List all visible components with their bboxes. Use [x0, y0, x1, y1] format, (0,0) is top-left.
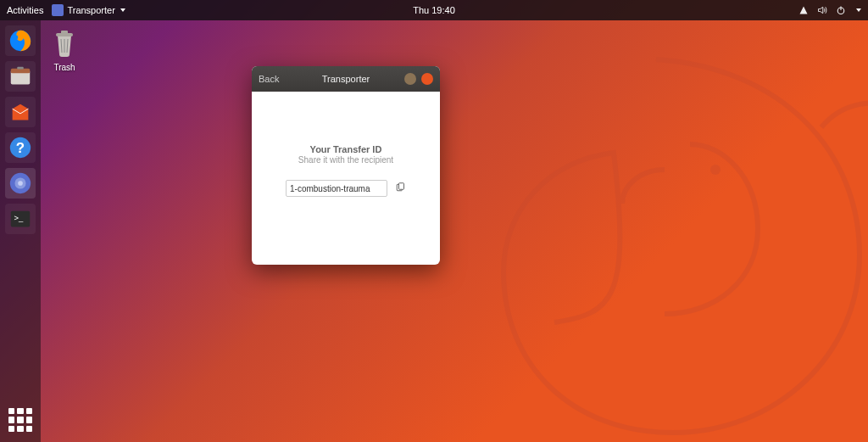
copy-button[interactable] — [394, 182, 406, 194]
back-button[interactable]: Back — [259, 74, 279, 84]
dock-item-firefox[interactable] — [5, 25, 36, 56]
copy-icon — [395, 182, 405, 193]
svg-point-0 — [710, 165, 721, 175]
svg-text:?: ? — [16, 140, 25, 156]
help-icon: ? — [8, 135, 33, 160]
terminal-icon: >_ — [8, 206, 33, 232]
svg-point-11 — [18, 181, 23, 186]
minimize-button[interactable] — [404, 73, 416, 85]
dock-item-files[interactable] — [5, 61, 36, 92]
dock-item-help[interactable]: ? — [5, 132, 36, 163]
transporter-app-icon — [52, 4, 64, 16]
close-button[interactable] — [421, 73, 433, 85]
firefox-icon — [8, 28, 33, 53]
power-icon — [836, 5, 846, 15]
transfer-id-subheading: Share it with the recipient — [252, 155, 440, 165]
window-titlebar[interactable]: Back Transporter — [252, 66, 440, 92]
transporter-icon — [8, 171, 33, 196]
svg-rect-6 — [17, 67, 24, 70]
app-menu-label: Transporter — [67, 5, 114, 15]
app-menu-button[interactable]: Transporter — [52, 4, 125, 16]
trash-icon — [51, 27, 78, 58]
trash-label: Trash — [51, 63, 78, 72]
dock-item-terminal[interactable]: >_ — [5, 204, 36, 234]
window-content: Your Transfer ID Share it with the recip… — [252, 92, 440, 197]
dock-item-software[interactable] — [5, 97, 36, 127]
svg-rect-15 — [61, 31, 68, 34]
volume-icon — [817, 5, 827, 15]
transporter-window: Back Transporter Your Transfer ID Share … — [252, 66, 440, 265]
chevron-down-icon — [856, 8, 861, 12]
transfer-id-field[interactable] — [286, 180, 387, 197]
window-title: Transporter — [322, 74, 370, 84]
network-icon — [798, 5, 809, 15]
chevron-down-icon — [120, 8, 125, 12]
svg-text:>_: >_ — [14, 214, 24, 222]
dock: ? >_ — [0, 20, 41, 442]
wallpaper-art — [402, 17, 868, 442]
dock-item-transporter[interactable] — [5, 168, 36, 199]
clock-button[interactable]: Thu 19:40 — [413, 5, 455, 15]
svg-rect-20 — [399, 183, 404, 190]
system-status-area[interactable] — [798, 5, 861, 15]
desktop-trash[interactable]: Trash — [51, 27, 78, 72]
transfer-id-heading: Your Transfer ID — [252, 144, 440, 154]
software-icon — [8, 99, 33, 125]
activities-button[interactable]: Activities — [7, 5, 43, 15]
show-applications-button[interactable] — [8, 408, 32, 432]
top-panel: Activities Transporter Thu 19:40 — [0, 0, 868, 20]
files-icon — [8, 64, 33, 89]
